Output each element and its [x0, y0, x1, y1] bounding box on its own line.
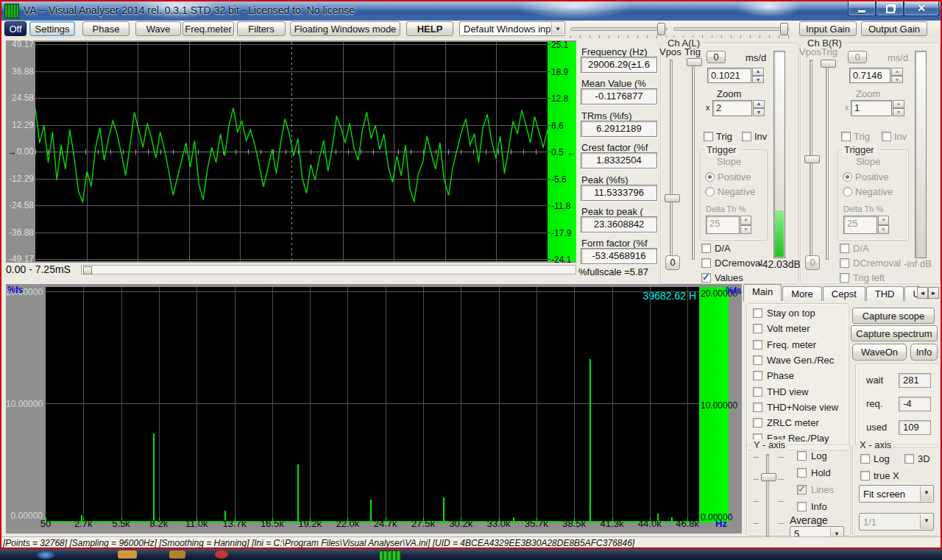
- channel-a-positive-radio[interactable]: [705, 172, 715, 182]
- channel-a-dcremoval-checkbox[interactable]: [701, 258, 711, 268]
- spin-up-icon[interactable]: ▲: [891, 68, 903, 76]
- capture-scope-button[interactable]: Capture scope: [852, 308, 935, 324]
- channel-a-values-checkbox[interactable]: [701, 273, 711, 283]
- checkbox-row[interactable]: Stay on top: [753, 307, 846, 320]
- y-scale-slider[interactable]: [766, 454, 769, 536]
- checkbox[interactable]: [753, 403, 762, 412]
- channel-a-da-checkbox[interactable]: [701, 244, 711, 253]
- spin-down-icon[interactable]: ▼: [891, 76, 903, 84]
- channel-b-vpos-slider-thumb[interactable]: [804, 155, 820, 163]
- channel-b-zoom-spinner[interactable]: ▲▼: [893, 100, 904, 116]
- scope-h-scrollbar-thumb[interactable]: [83, 266, 92, 274]
- capture-spectrum-button[interactable]: Capture spectrum: [851, 325, 938, 341]
- checkbox-row[interactable]: Phase: [753, 369, 846, 383]
- channel-a-inv-checkbox[interactable]: [742, 132, 751, 141]
- restore-button[interactable]: [876, 1, 904, 16]
- channel-a-delta-spinner[interactable]: ▲▼: [740, 216, 751, 234]
- output-gain-slider[interactable]: [673, 27, 789, 31]
- tab-thd[interactable]: THD: [866, 286, 904, 301]
- checkbox[interactable]: [753, 324, 762, 333]
- spectrum-plot[interactable]: 39682.62 H: [46, 287, 699, 522]
- checkbox-row[interactable]: THD view: [753, 386, 846, 399]
- channel-b-msd-spinner[interactable]: ▲▼: [891, 68, 903, 83]
- taskbar-va-icon[interactable]: [379, 550, 401, 560]
- channel-b-inv-checkbox[interactable]: [882, 132, 891, 141]
- checkbox[interactable]: [797, 468, 807, 478]
- channel-a-reset-button[interactable]: 0: [706, 51, 726, 63]
- taskbar-folder-icon[interactable]: [118, 550, 137, 559]
- floating-windows-button[interactable]: Floating Windows mode: [290, 21, 400, 36]
- input-gain-slider[interactable]: [570, 27, 667, 31]
- tab-more[interactable]: More: [782, 286, 822, 301]
- x-3d-checkbox[interactable]: [904, 454, 914, 464]
- checkbox-row[interactable]: Info: [797, 500, 849, 514]
- ratio-select[interactable]: 1/1 ▼: [859, 513, 934, 531]
- minimize-button[interactable]: [848, 1, 876, 16]
- tab-scroll-left-button[interactable]: ◄: [917, 287, 928, 299]
- scope-h-scrollbar[interactable]: [81, 265, 576, 274]
- checkbox-row[interactable]: Log: [797, 450, 849, 463]
- off-button[interactable]: Off: [4, 21, 26, 36]
- wave-on-button[interactable]: WaveOn: [852, 344, 907, 361]
- fit-screen-select[interactable]: Fit screen ▼: [859, 485, 934, 503]
- checkbox[interactable]: [753, 308, 762, 318]
- channel-a-vpos-reset-button[interactable]: 0: [665, 255, 680, 270]
- channel-b-trig-checkbox[interactable]: [841, 132, 851, 141]
- true-x-checkbox[interactable]: [860, 471, 870, 481]
- channel-a-msd-input[interactable]: 0.1021: [707, 68, 751, 83]
- tab-scroll-right-button[interactable]: ►: [928, 287, 939, 299]
- tab-cepst[interactable]: Cepst: [823, 286, 865, 301]
- checkbox-row[interactable]: Volt meter: [753, 322, 846, 336]
- input-gain-slider-thumb[interactable]: [657, 23, 665, 35]
- output-gain-button[interactable]: Output Gain: [861, 21, 927, 36]
- freq-meter-button[interactable]: Freq.meter: [183, 21, 234, 36]
- spin-down-icon[interactable]: ▼: [893, 108, 904, 116]
- channel-a-zoom-input[interactable]: 2: [712, 100, 752, 116]
- spin-up-icon[interactable]: ▲: [878, 216, 889, 225]
- channel-b-trig-left-checkbox[interactable]: [840, 273, 849, 283]
- channel-a-trig-checkbox[interactable]: [704, 132, 713, 141]
- checkbox[interactable]: [753, 418, 762, 428]
- channel-b-zoom-input[interactable]: 1: [851, 100, 892, 116]
- channel-b-vpos-reset-button[interactable]: 0: [805, 255, 820, 270]
- checkbox-row[interactable]: Lines: [797, 483, 849, 497]
- windows-taskbar[interactable]: [0, 549, 942, 560]
- spin-down-icon[interactable]: ▼: [752, 76, 764, 84]
- device-select[interactable]: Default Windows inp ▼: [459, 21, 565, 36]
- spin-up-icon[interactable]: ▲: [893, 100, 904, 108]
- taskbar-app-icon[interactable]: [215, 550, 228, 559]
- settings-button[interactable]: Settings: [29, 21, 75, 36]
- checkbox-row[interactable]: Wave Gen./Rec: [753, 354, 846, 367]
- close-button[interactable]: ✕: [904, 1, 939, 16]
- spin-up-icon[interactable]: ▲: [752, 68, 764, 76]
- info-button[interactable]: Info: [910, 344, 938, 361]
- wave-button[interactable]: Wave: [135, 21, 181, 36]
- channel-b-negative-radio[interactable]: [843, 187, 852, 196]
- phase-button[interactable]: Phase: [82, 21, 130, 36]
- channel-b-delta-input[interactable]: 25: [843, 216, 877, 234]
- channel-a-negative-radio[interactable]: [705, 187, 715, 196]
- channel-b-da-checkbox[interactable]: [840, 244, 849, 253]
- start-orb-icon[interactable]: [37, 550, 54, 559]
- channel-a-zoom-spinner[interactable]: ▲▼: [753, 100, 765, 116]
- channel-a-vpos-slider-thumb[interactable]: [665, 194, 680, 202]
- spin-up-icon[interactable]: ▲: [753, 100, 765, 108]
- checkbox[interactable]: [753, 355, 762, 365]
- channel-b-msd-input[interactable]: 0.7146: [849, 68, 890, 83]
- filters-button[interactable]: Filters: [237, 21, 286, 36]
- channel-a-trig-slider-thumb[interactable]: [687, 58, 702, 66]
- checkbox-row[interactable]: Freq. meter: [753, 339, 846, 352]
- checkbox-row[interactable]: THD+Noise view: [753, 401, 846, 414]
- checkbox[interactable]: [753, 340, 762, 350]
- checkbox[interactable]: [797, 485, 807, 495]
- channel-b-trig-slider[interactable]: [826, 60, 829, 260]
- channel-b-trig-slider-thumb[interactable]: [821, 60, 836, 68]
- spin-up-icon[interactable]: ▲: [740, 216, 751, 225]
- spin-down-icon[interactable]: ▼: [878, 225, 889, 235]
- output-gain-slider-thumb[interactable]: [780, 23, 788, 35]
- spin-down-icon[interactable]: ▼: [740, 225, 751, 235]
- checkbox[interactable]: [797, 502, 807, 511]
- channel-a-msd-spinner[interactable]: ▲▼: [752, 68, 764, 83]
- channel-a-vpos-slider[interactable]: [670, 60, 673, 260]
- taskbar-app-icon[interactable]: [169, 550, 185, 559]
